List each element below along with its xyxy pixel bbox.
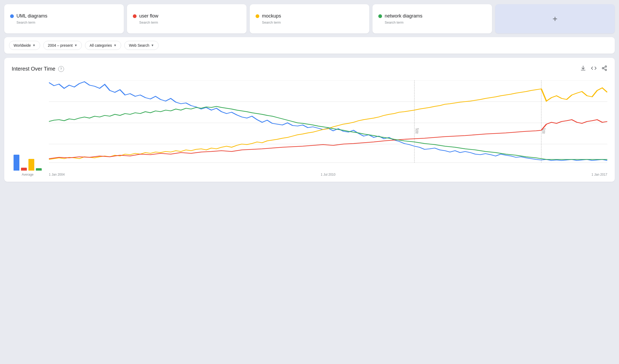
search-type-filter[interactable]: Web Search ▼: [124, 41, 159, 50]
help-icon[interactable]: ?: [58, 66, 64, 72]
search-type-filter-label: Web Search: [129, 43, 149, 47]
term-subtext-uml: Search term: [16, 20, 118, 24]
svg-point-1: [602, 67, 604, 69]
avg-bar-mockups: [28, 159, 34, 171]
chart-title-area: Interest Over Time ?: [12, 66, 64, 72]
term-subtext-network: Search term: [385, 20, 486, 24]
search-type-filter-chevron: ▼: [151, 44, 154, 47]
avg-bar-network: [36, 168, 42, 171]
filters-row: Worldwide ▼ 2004 – present ▼ All categor…: [4, 37, 615, 54]
line-mockups: [49, 88, 607, 159]
avg-bar-uml: [14, 155, 19, 171]
term-dot-network: [378, 14, 382, 18]
search-term-card-userflow[interactable]: user flow Search term: [127, 4, 247, 33]
chart-title: Interest Over Time: [12, 66, 56, 72]
svg-line-3: [604, 68, 605, 70]
category-filter[interactable]: All categories ▼: [85, 41, 121, 50]
time-filter-label: 2004 – present: [48, 43, 73, 47]
chart-header: Interest Over Time ?: [12, 65, 607, 72]
x-label-2004: 1 Jan 2004: [49, 173, 65, 176]
download-button[interactable]: [580, 65, 586, 72]
line-chart: 100 75 50 25 Note Note: [49, 80, 607, 171]
avg-bar-userflow: [21, 168, 27, 171]
x-label-2010: 1 Jul 2010: [321, 173, 335, 176]
line-userflow: [49, 120, 607, 159]
add-icon: +: [553, 14, 558, 24]
svg-point-2: [605, 69, 607, 71]
x-label-2017: 1 Jan 2017: [592, 173, 607, 176]
search-term-card-uml[interactable]: UML diagrams Search term: [4, 4, 124, 33]
search-term-card-network[interactable]: network diagrams Search term: [372, 4, 492, 33]
svg-line-4: [604, 67, 605, 68]
chart-container: Average 100 75 50 25 Note Note: [12, 80, 607, 176]
term-dot-mockups: [256, 14, 259, 18]
embed-button[interactable]: [591, 65, 597, 72]
time-filter-chevron: ▼: [74, 44, 77, 47]
term-label-network: network diagrams: [385, 13, 422, 19]
line-chart-wrapper: 100 75 50 25 Note Note 1 J: [49, 80, 607, 176]
category-filter-chevron: ▼: [113, 44, 117, 47]
term-label-userflow: user flow: [139, 13, 158, 19]
add-search-term-button[interactable]: +: [495, 4, 615, 33]
line-uml: [49, 82, 607, 161]
term-dot-uml: [10, 14, 14, 18]
avg-bars: [14, 147, 42, 171]
term-subtext-userflow: Search term: [139, 20, 241, 24]
x-axis-labels: 1 Jan 2004 1 Jul 2010 1 Jan 2017: [49, 172, 607, 176]
term-label-uml: UML diagrams: [16, 13, 47, 19]
time-filter[interactable]: 2004 – present ▼: [43, 41, 82, 50]
line-network: [49, 106, 607, 159]
search-term-card-mockups[interactable]: mockups Search term: [250, 4, 369, 33]
term-dot-userflow: [133, 14, 137, 18]
chart-actions: [580, 65, 607, 72]
location-filter-label: Worldwide: [14, 43, 31, 47]
search-terms-row: UML diagrams Search term user flow Searc…: [4, 4, 615, 33]
term-subtext-mockups: Search term: [262, 20, 363, 24]
category-filter-label: All categories: [90, 43, 112, 47]
average-section: Average: [12, 147, 44, 176]
location-filter[interactable]: Worldwide ▼: [9, 41, 40, 50]
help-icon-label: ?: [60, 67, 62, 71]
share-button[interactable]: [601, 65, 607, 72]
svg-text:Note: Note: [414, 128, 420, 134]
chart-section: Interest Over Time ?: [4, 58, 615, 182]
location-filter-chevron: ▼: [32, 44, 36, 47]
term-label-mockups: mockups: [262, 13, 281, 19]
svg-point-0: [605, 66, 607, 67]
avg-label: Average: [22, 173, 33, 176]
